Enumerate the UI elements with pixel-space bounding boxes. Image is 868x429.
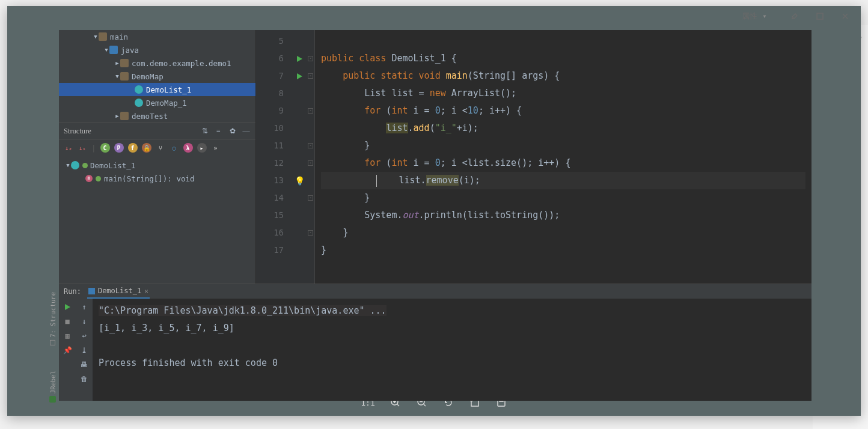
up-arrow-icon[interactable]: ↑ xyxy=(79,302,89,312)
run-icon[interactable]: ▸ xyxy=(197,143,207,153)
c-icon[interactable]: C xyxy=(100,143,110,153)
line-num: 16 xyxy=(256,224,292,242)
structure-title: Structure xyxy=(64,127,91,136)
viewer-body: 7: Structure JRebel ▼ main ▼ xyxy=(7,26,861,389)
chevron-down-icon: ▼ xyxy=(65,162,71,168)
line-num: 17 xyxy=(256,242,292,259)
tree-item-demomap[interactable]: ▼ DemoMap xyxy=(59,70,255,83)
stop-icon[interactable]: ■ xyxy=(63,317,72,326)
structure-class[interactable]: ▼ DemoList_1 xyxy=(59,159,255,172)
tree-label: com.demo.example.demo1 xyxy=(132,59,231,68)
run-class-icon[interactable] xyxy=(297,56,302,62)
structure-class-label: DemoList_1 xyxy=(90,161,135,170)
fold-icon[interactable]: - xyxy=(308,230,313,236)
close-icon[interactable] xyxy=(833,8,857,25)
minimize-icon[interactable]: — xyxy=(242,127,251,136)
st-icon-2[interactable]: ↓ᵢ xyxy=(78,143,87,153)
public-dot-icon xyxy=(96,176,101,181)
side-tab-structure[interactable]: 7: Structure xyxy=(49,292,57,345)
close-tab-icon[interactable]: ✕ xyxy=(144,287,148,295)
run-method-icon[interactable] xyxy=(297,73,302,79)
side-tab-jrebel-label: JRebel xyxy=(49,371,57,394)
structure-method[interactable]: m main(String[]): void xyxy=(59,172,255,185)
fold-icon[interactable]: - xyxy=(308,56,313,61)
circle-icon[interactable]: ◯ xyxy=(170,143,179,153)
print-icon[interactable]: 🖶 xyxy=(79,360,89,370)
console-result: [i_1, i_3, i_5, i_7, i_9] xyxy=(99,320,805,337)
chevron-down-icon: ▼ xyxy=(93,34,99,40)
rerun-icon[interactable] xyxy=(63,302,72,312)
run-console: Run: DemoList_1 ✕ ■ ▦ 📌 ↑ xyxy=(59,284,811,401)
structure-method-label: main(String[]): void xyxy=(104,174,195,183)
text-caret xyxy=(376,175,377,187)
layout-icon[interactable]: ▦ xyxy=(63,331,72,341)
p-icon[interactable]: P xyxy=(114,143,124,153)
console-tab-label: DemoList_1 xyxy=(98,287,141,295)
structure-header: Structure ⇅ ≡ ✿ — xyxy=(59,123,255,139)
fold-icon[interactable]: - xyxy=(308,160,313,166)
pin-icon[interactable] xyxy=(783,8,807,25)
console-exit: Process finished with exit code 0 xyxy=(99,354,805,372)
maximize-icon[interactable] xyxy=(808,8,832,25)
line-num: 10 xyxy=(256,120,292,137)
line-num: 15 xyxy=(256,207,292,224)
tree-label: demoTest xyxy=(132,112,168,121)
fold-icon[interactable]: - xyxy=(308,73,313,79)
gear-icon[interactable]: ✿ xyxy=(228,127,237,136)
class-icon xyxy=(135,85,143,94)
wrap-icon[interactable]: ↩ xyxy=(79,331,89,341)
lightbulb-icon[interactable]: 💡 xyxy=(295,176,305,186)
st-icon-1[interactable]: ↓₂ xyxy=(64,143,73,153)
class-icon xyxy=(71,161,79,169)
tree-label: DemoMap_1 xyxy=(146,99,187,108)
package-icon xyxy=(120,59,129,67)
tree-item-demolist1[interactable]: DemoList_1 xyxy=(59,83,255,96)
lock-icon[interactable]: 🔒 xyxy=(142,143,151,153)
lambda-icon[interactable]: λ xyxy=(183,143,193,153)
chevron-down-icon: ▼ xyxy=(114,73,120,79)
console-output[interactable]: "C:\Program Files\Java\jdk1.8.0_211\bin\… xyxy=(93,299,811,401)
line-num: 14 xyxy=(256,189,292,207)
structure-tree: ▼ DemoList_1 m main(String[]): void xyxy=(59,156,255,185)
trash-icon[interactable]: 🗑 xyxy=(79,374,89,384)
tree-item-main[interactable]: ▼ main xyxy=(59,30,255,43)
console-tab[interactable]: DemoList_1 ✕ xyxy=(87,284,150,299)
tree-item-demomap1[interactable]: DemoMap_1 xyxy=(59,96,255,109)
f-icon[interactable]: f xyxy=(128,143,138,153)
export-icon[interactable]: ⤓ xyxy=(79,345,89,355)
chevron-down-icon: ▼ xyxy=(103,47,109,53)
filter-icon[interactable]: ≡ xyxy=(214,127,223,136)
method-icon: m xyxy=(85,175,93,182)
class-icon xyxy=(135,99,143,107)
fold-icon[interactable]: - xyxy=(308,108,313,114)
tree-item-java[interactable]: ▼ java xyxy=(59,43,255,56)
structure-toolbar: ↓₂ ↓ᵢ | C P f 🔒 ⑂ ◯ λ ▸ » xyxy=(59,139,255,156)
chevron-right-icon: ▶ xyxy=(114,113,120,119)
tree-label: main xyxy=(110,32,128,41)
folder-icon xyxy=(120,72,129,81)
down-arrow-icon[interactable]: ↓ xyxy=(79,317,89,326)
more-icon[interactable]: » xyxy=(211,143,221,153)
project-tree: ▼ main ▼ java ▶ com.demo.example.demo1 xyxy=(59,30,255,123)
line-num: 6 xyxy=(256,50,292,67)
line-num: 8 xyxy=(256,85,292,102)
ide-side-tabs: 7: Structure JRebel xyxy=(47,292,59,403)
jrebel-icon xyxy=(50,396,57,403)
line-num: 13 xyxy=(256,172,292,189)
pin-icon[interactable]: 📌 xyxy=(63,345,72,355)
fold-icon[interactable]: - xyxy=(308,195,313,201)
line-num: 12 xyxy=(256,154,292,172)
tree-item-package[interactable]: ▶ com.demo.example.demo1 xyxy=(59,56,255,70)
chevron-right-icon: ▶ xyxy=(114,60,120,66)
branch-icon[interactable]: ⑂ xyxy=(156,143,165,153)
line-num: 11 xyxy=(256,137,292,154)
tree-label: DemoMap xyxy=(132,72,164,81)
tree-item-demotest[interactable]: ▶ demoTest xyxy=(59,109,255,123)
svg-rect-0 xyxy=(817,13,823,19)
ide-window: 7: Structure JRebel ▼ main ▼ xyxy=(59,30,811,401)
properties-label[interactable]: 属性 xyxy=(742,11,757,22)
viewer-window: 属性 ▼ 7: Structure JRebel xyxy=(7,6,861,416)
sort-icon[interactable]: ⇅ xyxy=(200,127,209,136)
fold-icon[interactable]: - xyxy=(308,143,313,148)
side-tab-jrebel[interactable]: JRebel xyxy=(49,371,57,403)
